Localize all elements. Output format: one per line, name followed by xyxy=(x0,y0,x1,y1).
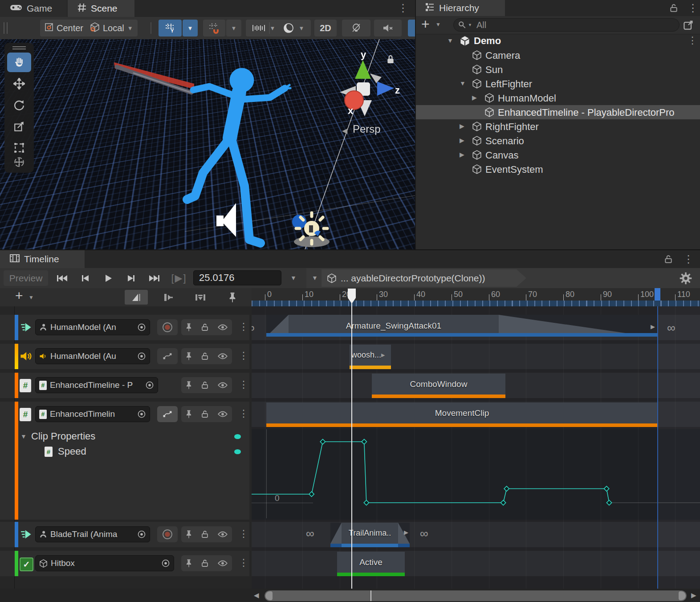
pin-icon[interactable] xyxy=(186,530,192,539)
timeline-kebab-icon[interactable]: ⋮ xyxy=(683,253,694,265)
object-picker-icon[interactable] xyxy=(145,381,154,390)
foldout-closed-icon[interactable]: ▶ xyxy=(460,137,464,144)
foldout-open-icon[interactable]: ▼ xyxy=(447,37,453,44)
eye-icon[interactable] xyxy=(218,324,228,330)
mix-mode-button[interactable] xyxy=(125,290,148,305)
breadcrumb[interactable]: ... ayableDirectorPrototype(Clone)) xyxy=(322,269,526,287)
marker-pin-button[interactable] xyxy=(221,290,244,305)
foldout-closed-icon[interactable]: ▶ xyxy=(460,122,464,130)
effects-button-partial[interactable] xyxy=(408,20,415,37)
playhead-line[interactable] xyxy=(351,289,352,589)
lock-icon[interactable] xyxy=(201,410,208,418)
foldout-closed-icon[interactable]: ▶ xyxy=(460,151,464,158)
track-kebab-icon[interactable]: ⋮ xyxy=(239,557,248,569)
object-picker-icon[interactable] xyxy=(137,323,146,332)
track-header-humanmodel-animation[interactable]: HumanModel (An ⋮ xyxy=(0,315,249,340)
track-kebab-icon[interactable]: ⋮ xyxy=(239,408,248,419)
scene-audio-mute-button[interactable] xyxy=(374,20,402,37)
clip-trail-easein[interactable] xyxy=(330,523,342,544)
current-time-field[interactable]: 25.0176 xyxy=(193,270,281,285)
replace-mode-button[interactable] xyxy=(189,290,212,305)
lock-icon[interactable] xyxy=(201,530,208,538)
go-to-start-button[interactable] xyxy=(51,270,73,286)
time-field-dropdown-icon[interactable]: ▼ xyxy=(290,274,297,281)
ripple-mode-button[interactable] xyxy=(157,290,180,305)
speed-curve[interactable] xyxy=(252,429,700,520)
clip-trail[interactable]: TrailAnima.. xyxy=(342,523,398,544)
object-picker-icon[interactable] xyxy=(137,530,146,539)
next-frame-button[interactable] xyxy=(120,270,142,286)
object-picker-icon[interactable] xyxy=(161,559,170,568)
tab-scene[interactable]: Scene xyxy=(68,0,134,17)
picker-icon[interactable] xyxy=(683,20,694,30)
pin-icon[interactable] xyxy=(186,323,192,332)
add-track-dropdown-icon[interactable]: ▼ xyxy=(28,294,34,301)
timeline-content[interactable]: ∞ ◀ Armature_SwingAttack01 ▶ ∞ woosh... … xyxy=(252,306,700,589)
clip-woosh[interactable]: woosh... ▶ xyxy=(350,345,391,366)
tab-timeline[interactable]: Timeline xyxy=(0,250,85,268)
overlay-drag-handle[interactable] xyxy=(12,46,26,47)
search-filter-dropdown-icon[interactable]: ▼ xyxy=(468,23,472,27)
hierarchy-item-leftfighter[interactable]: ▼ LeftFighter xyxy=(416,77,700,91)
orientation-gizmo[interactable] xyxy=(327,42,415,136)
hierarchy-item-rightfighter[interactable]: ▶ RightFighter xyxy=(416,119,700,134)
scene-lighting-button[interactable] xyxy=(342,20,370,37)
track-binding-field[interactable]: Hitbox xyxy=(35,555,174,571)
hierarchy-item-scenario[interactable]: ▶ Scenario xyxy=(416,134,700,148)
lock-icon[interactable] xyxy=(201,381,208,389)
pin-icon[interactable] xyxy=(186,352,192,361)
scrollbar-handle-left[interactable] xyxy=(265,591,273,600)
hierarchy-item-camera[interactable]: Camera xyxy=(416,48,700,62)
foldout-closed-icon[interactable]: ▶ xyxy=(472,94,477,101)
record-button[interactable] xyxy=(157,526,178,542)
speed-property-row[interactable]: # Speed xyxy=(0,444,249,460)
track-header-humanmodel-audio[interactable]: HumanModel (Au ⋮ xyxy=(0,344,249,369)
track-binding-field[interactable]: # EnhancedTimeline - P xyxy=(35,377,158,393)
search-input[interactable]: ▼ All xyxy=(453,18,680,32)
add-object-dropdown-icon[interactable]: ▼ xyxy=(435,21,441,28)
previous-frame-button[interactable] xyxy=(74,270,96,286)
gizmo-lock-icon[interactable] xyxy=(387,55,395,64)
hierarchy-item-eventsystem[interactable]: EventSystem xyxy=(416,162,700,176)
lock-icon[interactable] xyxy=(201,559,208,567)
track-binding-field[interactable]: HumanModel (An xyxy=(35,319,150,335)
scene-viewport[interactable]: y z x ◀ Persp xyxy=(0,39,415,249)
snap-magnet-button[interactable] xyxy=(203,20,225,37)
track-binding-field[interactable]: HumanModel (Au xyxy=(35,348,150,364)
scene-menu-kebab-icon[interactable]: ⋮ xyxy=(398,2,408,14)
object-picker-icon[interactable] xyxy=(137,410,146,419)
track-kebab-icon[interactable]: ⋮ xyxy=(239,350,248,362)
track-binding-field[interactable]: BladeTrail (Anima xyxy=(35,526,150,542)
toggle-2d-button[interactable]: 2D xyxy=(314,20,337,37)
add-track-button[interactable]: + xyxy=(15,288,23,303)
hierarchy-item-sun[interactable]: Sun xyxy=(416,62,700,77)
hierarchy-lock-icon[interactable] xyxy=(670,4,678,12)
tab-game[interactable]: Game xyxy=(0,0,67,17)
pin-icon[interactable] xyxy=(186,410,192,419)
track-header-enhancedtimeline-combo[interactable]: # # EnhancedTimeline - P ⋮ xyxy=(0,373,249,398)
eye-icon[interactable] xyxy=(218,382,228,388)
director-dropdown-icon[interactable]: ▼ xyxy=(312,274,318,281)
pin-icon[interactable] xyxy=(186,381,192,390)
hierarchy-item-demo[interactable]: ▼ Demo ⋮ xyxy=(416,34,700,48)
foldout-open-icon[interactable]: ▼ xyxy=(460,80,466,87)
lock-icon[interactable] xyxy=(201,323,208,331)
scroll-right-icon[interactable]: ▶ xyxy=(691,591,696,599)
play-range-button[interactable]: [▶] xyxy=(167,270,191,286)
timeline-end-marker[interactable] xyxy=(655,288,660,301)
track-kebab-icon[interactable]: ⋮ xyxy=(239,321,248,333)
horizontal-scrollbar[interactable] xyxy=(265,590,687,601)
track-kebab-icon[interactable]: ⋮ xyxy=(239,528,248,540)
clip-movement[interactable]: MovementClip xyxy=(266,403,658,423)
projection-label[interactable]: Persp xyxy=(353,123,381,135)
rotate-tool-button[interactable] xyxy=(7,95,31,115)
hierarchy-item-enhancedtimeline[interactable]: EnhancedTimeline - PlayableDirectorPro xyxy=(416,105,700,119)
gizmo-axis-z-label[interactable]: z xyxy=(395,85,400,96)
pin-icon[interactable] xyxy=(186,559,192,568)
hierarchy-kebab-icon[interactable]: ⋮ xyxy=(688,2,698,14)
eye-icon[interactable] xyxy=(218,531,228,537)
object-picker-icon[interactable] xyxy=(137,352,146,361)
preview-button[interactable]: Preview xyxy=(4,270,48,286)
foldout-open-icon[interactable]: ▼ xyxy=(20,433,27,440)
tab-hierarchy[interactable]: Hierarchy xyxy=(416,0,505,16)
